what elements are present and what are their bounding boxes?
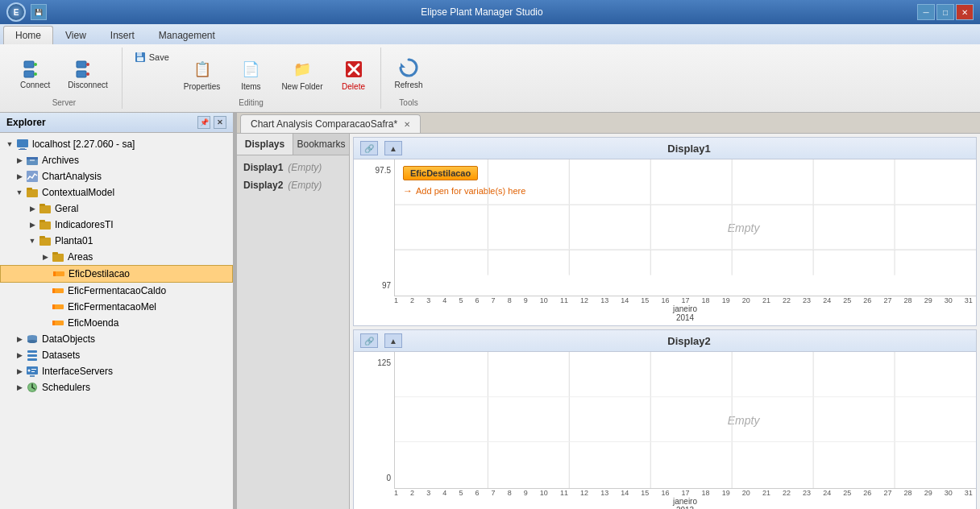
displays-tabs: Displays Bookmarks <box>237 134 349 155</box>
svg-rect-45 <box>27 358 37 361</box>
archives-arrow: ▶ <box>13 156 26 164</box>
doc-tab-bar: Chart Analysis ComparacaoSafra* ✕ <box>237 113 980 134</box>
logo-text: E <box>14 8 19 17</box>
tree-item-contextualmodel[interactable]: ▼ ContextualModel <box>0 184 233 201</box>
display2-link-button[interactable]: 🔗 <box>360 333 378 348</box>
connect-button[interactable]: Connect <box>13 51 57 93</box>
geral-icon <box>39 202 52 215</box>
svg-rect-17 <box>19 149 27 150</box>
disconnect-icon <box>75 55 101 81</box>
eficdestilacao-icon <box>52 267 65 280</box>
display1-up-button[interactable]: ▲ <box>384 141 402 155</box>
add-pen-arrow-icon: → <box>403 185 413 197</box>
svg-rect-44 <box>27 354 37 357</box>
eficfermentacaocaldo-icon <box>52 284 64 297</box>
chart2-y-min: 0 <box>386 474 391 482</box>
svg-rect-28 <box>39 238 51 246</box>
chart1-add-pen[interactable]: → Add pen for variable(s) here <box>403 185 525 197</box>
displays-tab-displays[interactable]: Displays <box>237 134 293 155</box>
delete-label: Delete <box>342 82 365 91</box>
tree-item-planta01[interactable]: ▼ Planta01 <box>0 233 233 249</box>
chart2-x-numbers: 1234567891011121314151617181920212223242… <box>354 489 976 497</box>
chart1-grid <box>395 159 976 296</box>
chart-display-2: 🔗 ▲ Display2 125 0 Empty <box>353 329 977 509</box>
close-button[interactable]: ✕ <box>956 4 974 20</box>
title-bar-left: E 💾 <box>6 2 47 22</box>
display2-title: Display2 <box>409 335 970 347</box>
chart1-empty-label: Empty <box>728 221 760 234</box>
disconnect-label: Disconnect <box>68 81 107 89</box>
tree-item-indicadoresti[interactable]: ▶ IndicadoresTI <box>0 217 233 233</box>
explorer-close-button[interactable]: ✕ <box>214 116 226 129</box>
tab-view[interactable]: View <box>53 26 98 44</box>
displays-sidebar: Displays Bookmarks Display1 (Empty) Disp… <box>237 134 350 509</box>
display1-link-button[interactable]: 🔗 <box>360 141 378 155</box>
chart2-plot-area: Empty <box>394 352 976 489</box>
doc-tab-close-button[interactable]: ✕ <box>404 120 410 129</box>
svg-rect-5 <box>77 71 86 77</box>
tree-item-interfaceservers[interactable]: ▶ InterfaceServers <box>0 363 233 379</box>
display-list-item-2[interactable]: Display2 (Empty) <box>237 176 349 194</box>
displays-tab-bookmarks[interactable]: Bookmarks <box>293 134 349 155</box>
explorer-panel: Explorer 📌 ✕ ▼ localhost [2.27.060 - sa]… <box>0 113 234 509</box>
editing-buttons: Save 📋 Properties 📄 Items 📁 New Folder <box>129 49 374 95</box>
dataobjects-label: DataObjects <box>42 333 95 345</box>
delete-button[interactable]: Delete <box>334 52 374 95</box>
datasets-label: Datasets <box>42 350 80 361</box>
chart-display1-header: 🔗 ▲ Display1 <box>354 138 976 159</box>
properties-icon: 📋 <box>189 56 215 82</box>
tree-item-geral[interactable]: ▶ Geral <box>0 201 233 217</box>
tree-item-eficfermentacaocaldo[interactable]: EficFermentacaoCaldo <box>0 283 233 299</box>
tree-item-eficdestilacao[interactable]: EficDestilacao <box>0 265 233 283</box>
chart1-plot-area: EficDestilacao → Add pen for variable(s)… <box>394 159 976 296</box>
geral-arrow: ▶ <box>26 205 39 213</box>
svg-rect-26 <box>39 221 51 230</box>
doc-tab-chartanalysis[interactable]: Chart Analysis ComparacaoSafra* ✕ <box>240 114 421 133</box>
tree-item-chartanalysis[interactable]: ▶ ChartAnalysis <box>0 168 233 184</box>
svg-point-7 <box>86 72 89 76</box>
save-button[interactable]: Save <box>129 49 175 65</box>
explorer-pin-button[interactable]: 📌 <box>197 116 210 129</box>
tree-item-archives[interactable]: ▶ Archives <box>0 152 233 168</box>
tree-item-eficfermentacaomel[interactable]: EficFermentacaoMel <box>0 299 233 315</box>
svg-rect-21 <box>27 171 38 182</box>
tab-insert[interactable]: Insert <box>98 26 147 44</box>
localhost-icon <box>16 138 29 151</box>
refresh-button[interactable]: Refresh <box>388 51 430 93</box>
chart2-y-max: 125 <box>377 358 391 367</box>
tab-home[interactable]: Home <box>3 26 53 44</box>
planta01-label: Planta01 <box>55 235 93 246</box>
tab-management[interactable]: Management <box>147 26 227 44</box>
display2-up-button[interactable]: ▲ <box>384 333 402 348</box>
display-list-item-1[interactable]: Display1 (Empty) <box>237 159 349 176</box>
new-folder-button[interactable]: 📁 New Folder <box>274 52 330 95</box>
explorer-header: Explorer 📌 ✕ <box>0 113 233 133</box>
tree-item-dataobjects[interactable]: ▶ DataObjects <box>0 331 233 347</box>
svg-rect-25 <box>39 204 45 206</box>
interfaceservers-icon <box>26 365 39 378</box>
quick-save-button[interactable]: 💾 <box>31 4 47 20</box>
tree-item-datasets[interactable]: ▶ Datasets <box>0 347 233 363</box>
chart2-empty-label: Empty <box>728 414 760 427</box>
chartanalysis-arrow: ▶ <box>13 172 26 180</box>
eficfermentacaomel-icon <box>52 300 64 313</box>
tree-item-localhost[interactable]: ▼ localhost [2.27.060 - sa] <box>0 136 233 152</box>
properties-button[interactable]: 📋 Properties <box>176 52 228 95</box>
tree-item-areas[interactable]: ▶ Areas <box>0 249 233 265</box>
tree-item-schedulers[interactable]: ▶ Schedulers <box>0 379 233 395</box>
minimize-button[interactable]: ─ <box>917 4 935 20</box>
chart1-pen-tag[interactable]: EficDestilacao <box>403 166 478 180</box>
display-list: Display1 (Empty) Display2 (Empty) <box>237 155 349 509</box>
chartanalysis-icon <box>26 170 39 183</box>
svg-rect-22 <box>27 189 38 197</box>
restore-button[interactable]: □ <box>936 4 954 20</box>
tree-item-eficmoenda[interactable]: EficMoenda <box>0 315 233 331</box>
svg-rect-37 <box>52 304 55 309</box>
items-button[interactable]: 📄 Items <box>230 52 271 95</box>
chart1-y-axis: 97.5 97 <box>354 159 394 296</box>
ribbon: Home View Insert Management Connect <box>0 24 980 113</box>
ribbon-group-server: Connect Disconnect Server <box>6 48 122 109</box>
eficfermentacaomel-label: EficFermentacaoMel <box>68 301 156 312</box>
disconnect-button[interactable]: Disconnect <box>60 51 114 93</box>
eficfermentacaocaldo-label: EficFermentacaoCaldo <box>68 285 166 296</box>
